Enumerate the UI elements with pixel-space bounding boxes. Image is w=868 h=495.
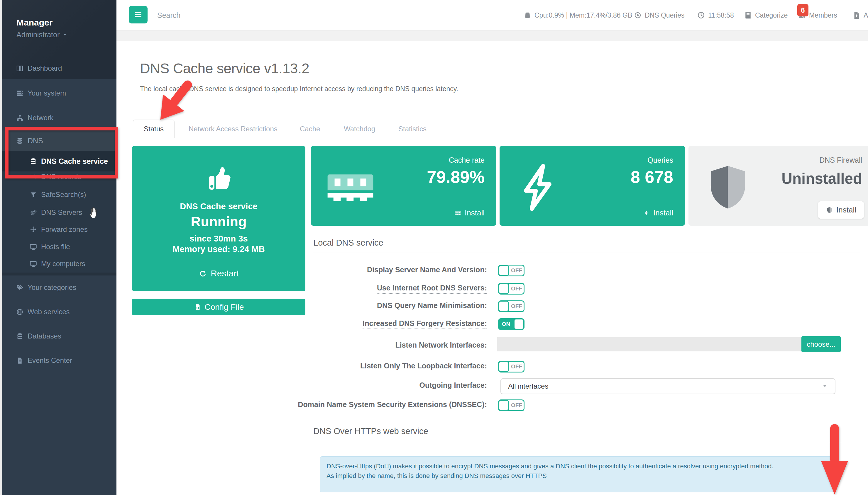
topbar: Search Cpu:0.9% | Mem:17.4%/3.86 GBDNS Q… <box>116 0 868 31</box>
shield-icon <box>701 160 755 211</box>
sidebar-item-databases[interactable]: Databases <box>0 327 116 345</box>
sidebar-item-your-system[interactable]: Your system <box>0 84 116 102</box>
stat-card-queries: Queries8 678Install <box>499 146 685 226</box>
select-value: All interfaces <box>508 382 548 390</box>
toggle-state: OFF <box>509 400 524 410</box>
stat-card-label: DNS Firewall <box>819 156 862 165</box>
stat-card-value: Uninstalled <box>782 170 862 187</box>
field-label-listen-network-interfaces: Listen Network Interfaces: <box>205 341 487 349</box>
field-label-increased-dns-forgery-resistance: Increased DNS Forgery Resistance: <box>205 319 487 328</box>
sidebar-item-network[interactable]: Network <box>0 109 116 126</box>
sidebar-item-events-center[interactable]: Events Center <box>0 352 116 369</box>
topbar-item-label: Categorize <box>755 12 788 19</box>
toggle-use-internet-root-dns-servers[interactable]: OFF <box>498 283 524 294</box>
user-role-dropdown[interactable]: Administrator <box>16 31 67 39</box>
annotation-highlight-box <box>5 127 118 178</box>
field-label-outgoing-interface: Outgoing Interface: <box>205 381 487 390</box>
page-title: DNS Cache service v1.13.2 <box>140 61 309 76</box>
toggle-knob <box>514 319 524 330</box>
service-name: DNS Cache service <box>132 202 305 211</box>
toggle-state: OFF <box>509 266 524 275</box>
install-button[interactable]: Install <box>643 208 673 218</box>
field-label-text: Listen Network Interfaces: <box>395 341 487 349</box>
sidebar-item-forward-zones[interactable]: Forward zones <box>0 221 116 238</box>
file-icon <box>16 357 24 364</box>
topbar-item-dns-queries[interactable]: DNS Queries <box>633 0 684 31</box>
book-icon <box>743 11 752 20</box>
tab-statistics[interactable]: Statistics <box>398 120 427 138</box>
tab-network-access-restrictions[interactable]: Network Access Restrictions <box>189 120 278 138</box>
install-button[interactable]: Install <box>454 208 485 218</box>
sidebar-item-web-services[interactable]: Web services <box>0 303 116 321</box>
install-label: Install <box>836 205 856 215</box>
user-name: Manager <box>16 18 52 28</box>
topbar-item-admin-guide[interactable]: Admin Guide <box>852 0 868 31</box>
toggle-domain-name-system-security-extensions-dnssec[interactable]: OFF <box>498 399 524 411</box>
stat-card-dns-firewall: DNS FirewallUninstalledInstall <box>688 146 868 226</box>
sidebar: Manager Administrator DNS DashboardYour … <box>0 0 116 495</box>
monitor-icon <box>29 243 37 251</box>
toggle-increased-dns-forgery-resistance[interactable]: ON <box>498 318 524 330</box>
toggle-state: OFF <box>509 362 524 372</box>
sidebar-item-dashboard[interactable]: Dashboard <box>0 59 116 77</box>
topbar-item-11-58-58[interactable]: 11:58:58 <box>697 0 734 31</box>
thumbs-up-icon <box>201 160 236 198</box>
sidebar-item-your-categories[interactable]: Your categories <box>0 279 116 296</box>
topbar-item-label: 11:58:58 <box>708 12 734 19</box>
sidebar-item-safesearch-s[interactable]: SafeSearch(s) <box>0 186 116 203</box>
topbar-item-label: Cpu:0.9% | Mem:17.4%/3.86 GB <box>535 12 632 19</box>
field-label-text: Use Internet Root DNS Servers: <box>377 284 487 294</box>
mouse-cursor <box>87 205 100 219</box>
topbar-item-cpu-0-9-mem-17-4-3-86-gb[interactable]: Cpu:0.9% | Mem:17.4%/3.86 GB <box>523 0 632 31</box>
lightning-icon <box>512 160 566 211</box>
section-divider <box>313 253 860 253</box>
stat-card-label: Queries <box>648 156 673 165</box>
sidebar-item-hosts-file[interactable]: Hosts file <box>0 238 116 256</box>
install-button[interactable]: Install <box>818 201 864 219</box>
choose-button[interactable]: choose... <box>801 336 841 352</box>
content-top-band <box>116 31 868 41</box>
window-edge-artifact <box>0 0 2 495</box>
doh-info-line2: As implied by the name, this is done by … <box>327 471 828 481</box>
sidebar-item-label: Your system <box>28 89 66 97</box>
stat-card-label: Cache rate <box>449 156 485 165</box>
sidebar-divider <box>0 273 116 275</box>
menu-toggle-button[interactable] <box>129 6 148 23</box>
file-code-icon <box>194 303 202 311</box>
sidebar-item-my-computers[interactable]: My computers <box>0 255 116 273</box>
bolt-icon <box>643 209 650 217</box>
clock-icon <box>697 11 705 20</box>
section-title-local-dns: Local DNS service <box>313 238 383 248</box>
outgoing-interface-select[interactable]: All interfaces <box>501 378 835 394</box>
toggle-knob <box>498 400 509 411</box>
eye-icon <box>633 11 642 20</box>
topbar-item-label: Admin Guide <box>864 12 868 19</box>
field-label-text: Display Server Name And Version: <box>367 266 487 274</box>
listen-interfaces-input[interactable] <box>497 337 801 352</box>
toggle-dns-query-name-minimisation[interactable]: OFF <box>498 301 524 312</box>
chevron-down-icon <box>63 33 67 37</box>
tab-cache[interactable]: Cache <box>300 120 320 138</box>
service-uptime: since 30mn 3s <box>132 234 305 243</box>
cogs-icon <box>29 209 37 217</box>
toggle-display-server-name-and-version[interactable]: OFF <box>498 264 524 276</box>
stat-card-value: 8 678 <box>631 167 673 187</box>
field-label-listen-only-the-loopback-interface: Listen Only The Loopback Interface: <box>205 362 487 370</box>
field-label-display-server-name-and-version: Display Server Name And Version: <box>205 266 487 274</box>
toggle-knob <box>498 301 509 312</box>
sidebar-item-label: Hosts file <box>41 243 70 251</box>
stat-card-cache-rate: Cache rate79.89%Install <box>311 146 496 226</box>
notification-badge[interactable]: 6 <box>797 4 808 16</box>
dashboard-icon <box>16 65 24 72</box>
service-status: Running <box>132 214 305 229</box>
install-label: Install <box>653 208 673 218</box>
memory-icon <box>323 160 378 211</box>
tab-watchdog[interactable]: Watchdog <box>344 120 375 138</box>
search-input[interactable]: Search <box>157 0 304 31</box>
sidebar-item-label: Forward zones <box>41 225 88 234</box>
sidebar-item-label: SafeSearch(s) <box>41 190 86 199</box>
hamburger-icon <box>133 10 143 19</box>
section-title-doh: DNS Over HTTPs web service <box>313 426 428 436</box>
topbar-item-categorize[interactable]: Categorize <box>743 0 788 31</box>
toggle-listen-only-the-loopback-interface[interactable]: OFF <box>498 361 524 373</box>
